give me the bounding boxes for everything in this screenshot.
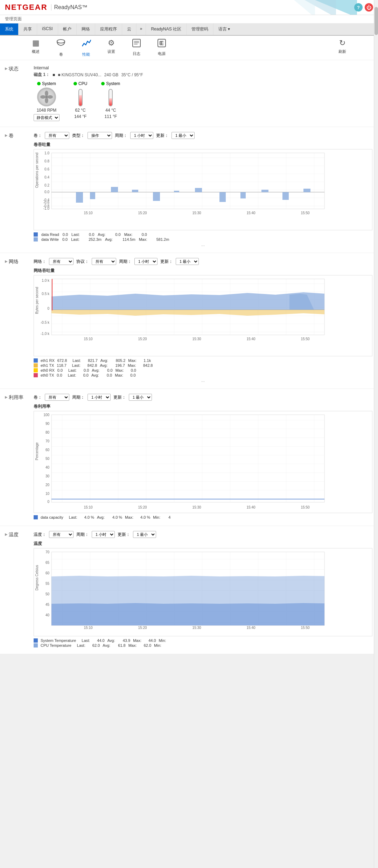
net-period-select[interactable]: 1 小时	[134, 258, 158, 265]
network-label-text: 网络	[9, 259, 19, 265]
util-chart-svg: 100 90 80 70 60 50 40 30 20 10 0 Percent…	[34, 411, 331, 513]
status-section: ▶ 状态 Internal 磁盘 1： ■ ■ KINGSTON SUV40..…	[0, 60, 378, 127]
vol-select[interactable]: 所有	[45, 132, 69, 139]
nav-item-iscsi[interactable]: iSCSI	[37, 23, 58, 35]
nav-item-system[interactable]: 系统	[0, 23, 19, 35]
cpu-label-text: CPU	[78, 81, 87, 86]
svg-text:20: 20	[46, 483, 50, 487]
toolbar-overview[interactable]: ▦ 概述	[28, 38, 43, 54]
utilization-chart: 100 90 80 70 60 50 40 30 20 10 0 Percent…	[34, 411, 372, 513]
disk-icon: ■	[52, 72, 55, 77]
svg-text:60: 60	[46, 448, 50, 452]
svg-text:15:10: 15:10	[84, 337, 92, 341]
net-legend-row-4: eth0 TX0.0 Last:0.0 Avg:0.0 Max:0.0	[34, 373, 372, 377]
vol-legend-2-name: data Write	[41, 237, 59, 241]
power-button[interactable]: ⏻	[365, 3, 373, 12]
status-content: Internal 磁盘 1： ■ ■ KINGSTON SUV40... 240…	[28, 65, 378, 121]
svg-text:15:10: 15:10	[84, 505, 92, 509]
temperature-label-text: 温度	[9, 532, 19, 538]
toolbar-log[interactable]: 日志	[129, 38, 144, 56]
util-vol-select[interactable]: 所有	[45, 394, 69, 401]
toolbar-refresh[interactable]: ↻ 刷新	[335, 38, 350, 54]
utilization-arrow: ▶	[5, 395, 8, 399]
network-chart: 1.0 k 0.5 k 0 -0.5 k -1.0 k Bytes per se…	[34, 275, 372, 356]
disk-size: 240 GB	[104, 72, 119, 77]
type-select[interactable]: 操作	[88, 132, 112, 139]
fan-mode-select[interactable]: 静音模式 冷却模式 自动	[34, 114, 59, 121]
period-ctrl-label: 周期：	[115, 133, 127, 139]
vol-legend-1-last: 0.0	[89, 232, 94, 237]
nav-item-language[interactable]: 语言 ▾	[214, 23, 235, 35]
refresh-label: 刷新	[338, 49, 346, 54]
sensors-row: System 1048 RPM 静音模式	[34, 81, 372, 121]
settings-label: 设置	[107, 49, 115, 54]
nav-item-network[interactable]: 网络	[77, 23, 95, 35]
nav-item-accounts[interactable]: 帐户	[58, 23, 77, 35]
nav-item-apps[interactable]: 应用程序	[95, 23, 122, 35]
svg-text:15:40: 15:40	[246, 211, 255, 215]
proto-select[interactable]: 所有	[92, 258, 116, 265]
vol-legend-1-val: 0.0	[63, 232, 68, 237]
nav-item-cloud[interactable]: 云	[122, 23, 136, 35]
vol-legend-2-avg: 114.5m	[122, 237, 135, 241]
svg-text:15:30: 15:30	[192, 626, 201, 630]
toolbar-volumes[interactable]: 卷	[53, 38, 69, 57]
toolbar-settings[interactable]: ⚙ 设置	[104, 38, 119, 54]
nav-item-more[interactable]: »	[136, 23, 146, 35]
cpu-label-row: CPU	[74, 81, 87, 86]
temp-ctrl-label: 温度：	[34, 532, 46, 538]
update-ctrl-label: 更新：	[156, 133, 169, 139]
svg-text:100: 100	[43, 413, 49, 417]
scrollbar[interactable]	[374, 0, 378, 654]
nav-item-share[interactable]: 共享	[19, 23, 37, 35]
toolbar-power[interactable]: 电源	[154, 38, 169, 56]
svg-text:15:20: 15:20	[138, 211, 147, 215]
temperature-legend: System Temperature Last:44.0 Avg:43.9 Ma…	[34, 638, 372, 648]
svg-text:0.4: 0.4	[44, 175, 49, 179]
temp-update-select[interactable]: 1 最小	[133, 531, 156, 538]
net-select[interactable]: 所有	[49, 258, 74, 265]
status-label-text: 状态	[9, 66, 19, 72]
nav-item-community[interactable]: ReadyNAS 社区	[146, 23, 187, 35]
svg-point-12	[45, 91, 48, 96]
temp-select[interactable]: 所有	[49, 531, 74, 538]
svg-rect-35	[195, 188, 202, 192]
svg-text:15:30: 15:30	[192, 211, 201, 215]
svg-text:40: 40	[46, 465, 50, 469]
svg-rect-34	[174, 191, 179, 192]
nav-item-password[interactable]: 管理密码	[187, 23, 214, 35]
volume-chart-svg: 1.0 0.8 0.6 0.4 0.2 0.0 -0.4 -0.6 -0.8 -…	[34, 149, 331, 230]
refresh-icon: ↻	[339, 38, 345, 48]
temp-period-select[interactable]: 1 小时	[92, 531, 115, 538]
temperature-chart-title: 温度	[34, 541, 372, 547]
svg-rect-38	[261, 190, 268, 192]
net-update-select[interactable]: 1 最小	[176, 258, 199, 265]
svg-text:15:30: 15:30	[192, 337, 201, 341]
util-update-label: 更新：	[113, 394, 126, 400]
svg-text:0: 0	[47, 500, 49, 504]
fan-label-row: System	[37, 81, 56, 86]
util-period-select[interactable]: 1 小时	[88, 394, 111, 401]
svg-text:15:40: 15:40	[246, 505, 255, 509]
svg-text:Operations per second: Operations per second	[35, 153, 39, 188]
svg-text:30: 30	[46, 474, 50, 478]
volumes-label: 卷	[59, 52, 63, 57]
volume-legend: data Read 0.0 Last:0.0 Avg:0.0 Max:0.0 d…	[34, 232, 372, 247]
status-section-label: ▶ 状态	[0, 65, 28, 121]
period-select[interactable]: 1 小时	[130, 132, 153, 139]
volume-chart: 1.0 0.8 0.6 0.4 0.2 0.0 -0.4 -0.6 -0.8 -…	[34, 149, 372, 230]
cpu-temp-fahrenheit: 144 °F	[74, 114, 86, 119]
network-controls: 网络： 所有 协议： 所有 周期： 1 小时 更新： 1 最小	[34, 258, 372, 265]
svg-text:15:40: 15:40	[246, 626, 255, 630]
vol-legend-2-val: 0.0	[62, 237, 68, 241]
svg-point-13	[47, 95, 53, 99]
vol-legend-2-last: 252.3m	[89, 237, 102, 241]
net-ctrl-label: 网络：	[34, 259, 46, 265]
util-update-select[interactable]: 1 最小	[129, 394, 152, 401]
toolbar-performance[interactable]: 性能	[78, 38, 94, 57]
svg-point-14	[45, 98, 48, 103]
svg-text:70: 70	[46, 550, 50, 554]
update-select[interactable]: 1 最小	[172, 132, 195, 139]
brand-logo: NETGEAR	[5, 3, 48, 12]
help-button[interactable]: ?	[354, 3, 363, 12]
